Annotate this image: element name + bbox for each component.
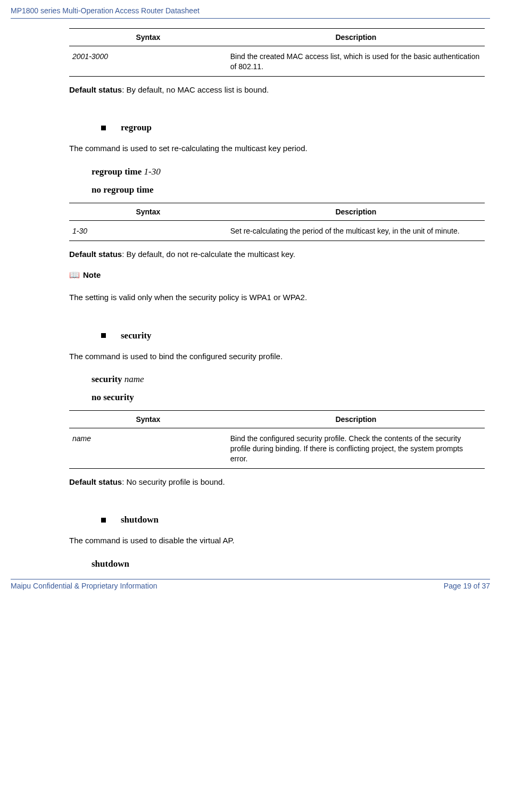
page-footer: Maipu Confidential & Proprietary Informa… bbox=[11, 579, 490, 590]
shutdown-intro-text: The command is used to disable the virtu… bbox=[69, 535, 485, 547]
syntax-cell: 1-30 bbox=[69, 220, 227, 241]
description-cell: Set re-calculating the period of the mul… bbox=[227, 220, 485, 241]
section-title: regroup bbox=[121, 122, 152, 133]
table-header-description: Description bbox=[227, 411, 485, 428]
table-header-syntax: Syntax bbox=[69, 411, 227, 428]
security-table: Syntax Description name Bind the configu… bbox=[69, 410, 485, 469]
section-heading-security: security bbox=[101, 330, 485, 341]
description-cell: Bind the created MAC access list, which … bbox=[227, 46, 485, 77]
table-header-description: Description bbox=[227, 203, 485, 220]
table-row: 2001-3000 Bind the created MAC access li… bbox=[69, 46, 485, 77]
security-syntax-no: no security bbox=[92, 392, 485, 403]
table-row: 1-30 Set re-calculating the period of th… bbox=[69, 220, 485, 241]
section-title: security bbox=[121, 330, 152, 341]
bullet-square-icon bbox=[101, 333, 106, 338]
book-icon: 📖 bbox=[69, 270, 80, 280]
section-title: shutdown bbox=[121, 515, 159, 525]
syntax-cell: name bbox=[69, 428, 227, 469]
note-text: The setting is valid only when the secur… bbox=[69, 292, 485, 304]
shutdown-syntax: shutdown bbox=[92, 559, 485, 569]
regroup-syntax-no: no regroup time bbox=[92, 185, 485, 195]
mac-access-list-table: Syntax Description 2001-3000 Bind the cr… bbox=[69, 28, 485, 77]
note-label: Note bbox=[83, 270, 101, 279]
table-header-description: Description bbox=[227, 29, 485, 46]
page-header: MP1800 series Multi-Operation Access Rou… bbox=[11, 6, 490, 19]
regroup-table: Syntax Description 1-30 Set re-calculati… bbox=[69, 203, 485, 241]
default-status-label: Default status bbox=[69, 85, 122, 94]
security-syntax-set: security name bbox=[92, 374, 485, 385]
footer-left-text: Maipu Confidential & Proprietary Informa… bbox=[11, 582, 157, 590]
default-status-label: Default status bbox=[69, 250, 122, 259]
default-status-text: Default status: By default, do not re-ca… bbox=[69, 248, 485, 261]
regroup-syntax-set: regroup time 1-30 bbox=[92, 167, 485, 177]
default-status-label: Default status bbox=[69, 477, 122, 486]
section-heading-regroup: regroup bbox=[101, 122, 485, 133]
section-heading-shutdown: shutdown bbox=[101, 515, 485, 525]
description-cell: Bind the configured security profile. Ch… bbox=[227, 428, 485, 469]
regroup-intro-text: The command is used to set re-calculatin… bbox=[69, 143, 485, 155]
syntax-cell: 2001-3000 bbox=[69, 46, 227, 77]
table-header-syntax: Syntax bbox=[69, 29, 227, 46]
bullet-square-icon bbox=[101, 126, 106, 130]
default-status-text: Default status: By default, no MAC acces… bbox=[69, 84, 485, 96]
table-header-syntax: Syntax bbox=[69, 203, 227, 220]
bullet-square-icon bbox=[101, 518, 106, 523]
table-row: name Bind the configured security profil… bbox=[69, 428, 485, 469]
note-heading: 📖 Note bbox=[69, 270, 485, 280]
security-intro-text: The command is used to bind the configur… bbox=[69, 351, 485, 363]
footer-page-number: Page 19 of 37 bbox=[444, 582, 490, 590]
default-status-text: Default status: No security profile is b… bbox=[69, 476, 485, 488]
